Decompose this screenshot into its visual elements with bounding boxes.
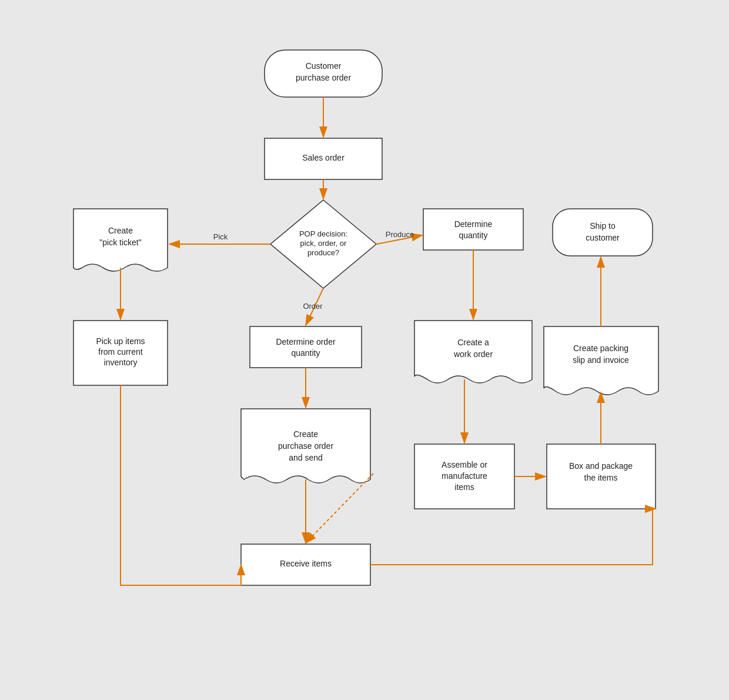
pick-label: Pick — [213, 232, 228, 241]
arrow-pickup-to-receive — [121, 385, 241, 585]
svg-text:Create: Create — [293, 429, 318, 439]
svg-text:produce?: produce? — [307, 248, 339, 257]
svg-text:items: items — [454, 482, 474, 492]
sales-order-label: Sales order — [302, 153, 345, 162]
svg-text:Determine order: Determine order — [276, 337, 335, 346]
svg-text:pick, order, or: pick, order, or — [300, 239, 347, 248]
svg-text:and send: and send — [289, 453, 323, 462]
svg-text:Create a: Create a — [457, 338, 489, 347]
svg-text:Receive items: Receive items — [280, 559, 332, 568]
svg-text:Box and package: Box and package — [569, 461, 633, 471]
pick-ticket-label: Create — [108, 226, 133, 235]
svg-text:purchase order: purchase order — [278, 441, 334, 451]
pop-decision-label: POP decision: — [299, 229, 347, 238]
order-label: Order — [303, 302, 323, 311]
svg-text:work order: work order — [453, 349, 493, 359]
svg-text:quantity: quantity — [291, 348, 320, 358]
ship-to-customer-node — [553, 209, 653, 256]
arrow-receive-to-box — [370, 509, 656, 565]
svg-text:from current: from current — [98, 347, 143, 356]
flowchart-diagram: Customer purchase order Sales order POP … — [41, 26, 688, 674]
svg-text:inventory: inventory — [104, 358, 138, 367]
svg-text:Determine: Determine — [454, 219, 493, 229]
svg-text:customer: customer — [586, 233, 620, 242]
customer-po-label: Customer — [306, 61, 342, 71]
svg-text:quantity: quantity — [459, 231, 487, 240]
produce-label: Produce — [386, 230, 414, 239]
svg-text:manufacture: manufacture — [442, 471, 487, 481]
svg-text:Assemble or: Assemble or — [442, 460, 487, 469]
svg-text:Pick up items: Pick up items — [96, 336, 145, 346]
determine-quantity-node — [423, 209, 523, 250]
svg-text:Ship to: Ship to — [590, 221, 616, 231]
svg-text:the items: the items — [584, 473, 618, 482]
determine-order-qty-node — [250, 326, 362, 368]
svg-text:slip and invoice: slip and invoice — [573, 355, 629, 365]
arrow-dotted-po-to-receive — [306, 474, 373, 543]
svg-text:Create packing: Create packing — [573, 344, 628, 353]
svg-text:purchase order: purchase order — [296, 73, 352, 82]
svg-text:"pick ticket": "pick ticket" — [99, 238, 141, 247]
